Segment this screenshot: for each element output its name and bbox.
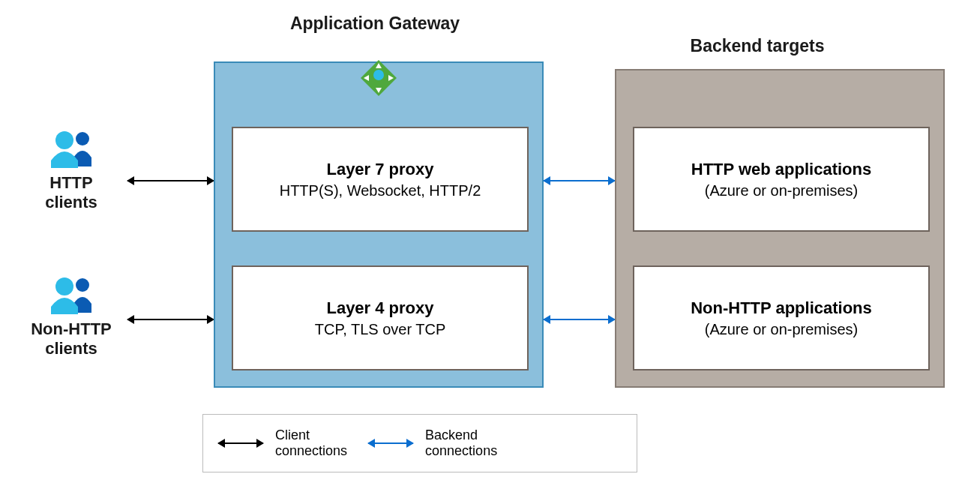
client-arrow-http [127, 180, 214, 182]
backend-container: HTTP web applications (Azure or on-premi… [615, 69, 945, 388]
backend-title: Backend targets [660, 36, 855, 56]
nonhttp-backend-title: Non-HTTP applications [691, 298, 872, 318]
nonhttp-backend-subtitle: (Azure or on-premises) [705, 321, 859, 338]
architecture-diagram: Application Gateway Backend targets HTTP… [0, 0, 980, 498]
nonhttp-clients-group: Non-HTTPclients [15, 274, 127, 359]
app-gateway-icon [361, 60, 397, 96]
legend: Clientconnections Backendconnections [202, 414, 637, 472]
client-arrow-nonhttp [127, 319, 214, 320]
layer4-proxy-box: Layer 4 proxy TCP, TLS over TCP [232, 266, 529, 370]
legend-backend-connections: Backendconnections [368, 428, 497, 458]
users-icon [45, 274, 97, 315]
svg-point-2 [76, 278, 89, 292]
layer4-title: Layer 4 proxy [326, 298, 433, 318]
svg-point-0 [76, 132, 89, 146]
layer7-title: Layer 7 proxy [326, 160, 433, 179]
backend-arrow-http [544, 180, 615, 182]
nonhttp-clients-label: Non-HTTPclients [31, 320, 112, 359]
svg-point-5 [373, 70, 384, 80]
http-backend-subtitle: (Azure or on-premises) [705, 182, 859, 200]
backend-arrow-nonhttp [544, 319, 615, 320]
http-clients-group: HTTPclients [15, 128, 127, 213]
legend-backend-arrow-icon [368, 442, 413, 444]
http-clients-label: HTTPclients [45, 173, 97, 213]
svg-point-1 [55, 131, 73, 149]
users-icon [45, 128, 97, 169]
gateway-title: Application Gateway [277, 14, 472, 34]
legend-client-arrow-icon [218, 442, 263, 444]
http-backend-box: HTTP web applications (Azure or on-premi… [633, 127, 930, 232]
layer7-subtitle: HTTP(S), Websocket, HTTP/2 [280, 182, 481, 200]
gateway-container: Layer 7 proxy HTTP(S), Websocket, HTTP/2… [214, 62, 544, 388]
http-backend-title: HTTP web applications [691, 160, 871, 179]
legend-client-label: Clientconnections [275, 428, 347, 458]
layer4-subtitle: TCP, TLS over TCP [315, 321, 446, 338]
legend-client-connections: Clientconnections [218, 428, 347, 458]
svg-point-3 [55, 278, 73, 296]
legend-backend-label: Backendconnections [425, 428, 497, 458]
layer7-proxy-box: Layer 7 proxy HTTP(S), Websocket, HTTP/2 [232, 127, 529, 232]
nonhttp-backend-box: Non-HTTP applications (Azure or on-premi… [633, 266, 930, 370]
